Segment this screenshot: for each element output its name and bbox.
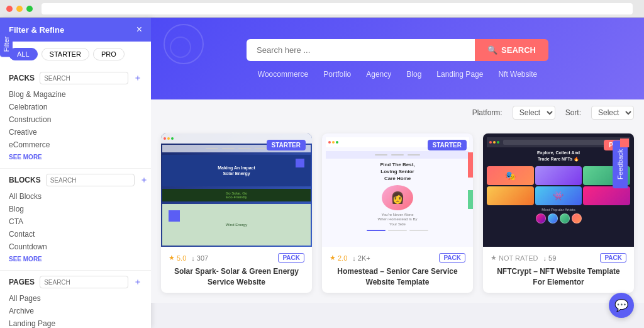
search-button-label: SEARCH — [501, 45, 536, 55]
card-nft-downloads-value: 59 — [548, 254, 556, 262]
card-homestead-rating: ★ 2.0 — [330, 254, 347, 262]
card-nft[interactable]: Explore, Collect AndTrade Rare NFTs 🔥 🎭 … — [483, 133, 634, 293]
cards-grid: Making An ImpactSolar Energy Go Solar, G… — [151, 126, 644, 303]
card-homestead-downloads: ↓ 2K+ — [352, 254, 370, 262]
sidebar-title: Filter & Refine — [9, 25, 64, 35]
browser-dot-yellow[interactable] — [16, 6, 23, 12]
nav-portfolio[interactable]: Portfolio — [323, 70, 351, 79]
download-icon: ↓ — [543, 254, 547, 262]
card-nft-downloads: ↓ 59 — [543, 254, 557, 262]
card-solar-title: Solar Spark- Solar & Green Energy Servic… — [169, 266, 304, 288]
packs-title: Packs — [9, 74, 35, 82]
card-nft-title: NFTCrypt – NFT Website Template For Elem… — [491, 266, 626, 288]
card-homestead-type: PACK — [439, 253, 465, 263]
block-item-contact[interactable]: Contact — [9, 228, 142, 240]
platform-label: Platform: — [472, 108, 502, 117]
card-homestead[interactable]: Find The Best,Loving SeniorCare Home 👩 Y… — [322, 133, 473, 293]
pack-item-construction[interactable]: Construction — [9, 113, 142, 126]
sort-select[interactable]: Select — [591, 106, 634, 120]
pack-item-celebration[interactable]: Celebration — [9, 101, 142, 113]
card-solar-image: Making An ImpactSolar Energy Go Solar, G… — [161, 133, 312, 247]
search-icon: 🔍 — [487, 45, 497, 55]
packs-section: Packs ＋ Blog & Magazine Celebration Cons… — [0, 67, 151, 169]
packs-section-header: Packs ＋ — [9, 72, 142, 84]
card-nft-meta: ★ NOT RATED ↓ 59 PACK — [491, 253, 626, 263]
nav-landing-page[interactable]: Landing Page — [436, 70, 483, 79]
card-homestead-downloads-value: 2K+ — [358, 254, 370, 262]
star-icon: ★ — [330, 254, 336, 262]
hero-search-input[interactable] — [247, 39, 475, 61]
sidebar-close-button[interactable]: × — [136, 24, 142, 35]
nav-blog[interactable]: Blog — [406, 70, 421, 79]
pages-title: Pages — [9, 278, 35, 286]
card-solar-meta: ★ 5.0 ↓ 307 PACK — [169, 253, 304, 263]
pages-section: Pages ＋ All Pages Archive Landing Page P… — [0, 271, 151, 328]
sidebar-header: Filter & Refine × — [0, 18, 151, 42]
blocks-title: Blocks — [9, 176, 41, 184]
card-nft-rating: ★ NOT RATED — [491, 254, 538, 262]
browser-dot-green[interactable] — [26, 6, 33, 12]
block-item-countdown[interactable]: Countdown — [9, 240, 142, 253]
blocks-section: Blocks ＋ All Blocks Blog CTA Contact Cou… — [0, 169, 151, 271]
pages-add-button[interactable]: ＋ — [133, 276, 142, 288]
card-solar-badge: STARTER — [267, 140, 306, 150]
blocks-search[interactable] — [46, 174, 135, 186]
filter-sidebar: Filter & Refine × ALL STARTER PRO Packs … — [0, 18, 151, 328]
card-solar-downloads: ↓ 307 — [191, 254, 208, 262]
card-nft-rating-value: NOT RATED — [499, 254, 538, 262]
card-nft-info: ★ NOT RATED ↓ 59 PACK NFTCrypt – NFT Web… — [483, 247, 634, 293]
blocks-add-button[interactable]: ＋ — [140, 174, 148, 186]
packs-search[interactable] — [40, 72, 128, 84]
chat-button[interactable]: 💬 — [609, 293, 634, 318]
filter-pills: ALL STARTER PRO — [0, 42, 151, 67]
card-homestead-badge: STARTER — [428, 140, 467, 150]
pill-all[interactable]: ALL — [9, 48, 38, 60]
search-row: 🔍 SEARCH — [247, 39, 548, 61]
pack-item-ecommerce[interactable]: eCommerce — [9, 139, 142, 151]
hero-search-button[interactable]: 🔍 SEARCH — [475, 39, 548, 61]
block-item-cta[interactable]: CTA — [9, 215, 142, 228]
card-solar-info: ★ 5.0 ↓ 307 PACK Solar Spark- Solar & Gr… — [161, 247, 312, 293]
main-content: 🔍 SEARCH Woocommerce Portfolio Agency Bl… — [151, 18, 644, 328]
pack-item-blog[interactable]: Blog & Magazine — [9, 88, 142, 101]
blocks-see-more[interactable]: SEE MORE — [9, 253, 142, 268]
download-icon: ↓ — [191, 254, 195, 262]
browser-chrome — [0, 0, 644, 18]
download-icon: ↓ — [352, 254, 356, 262]
hero-banner: 🔍 SEARCH Woocommerce Portfolio Agency Bl… — [151, 18, 644, 99]
packs-add-button[interactable]: ＋ — [133, 72, 142, 84]
card-homestead-meta: ★ 2.0 ↓ 2K+ PACK — [330, 253, 465, 263]
hero-nav: Woocommerce Portfolio Agency Blog Landin… — [258, 70, 537, 79]
browser-dot-red[interactable] — [6, 6, 13, 12]
nav-agency[interactable]: Agency — [366, 70, 391, 79]
card-solar-type: PACK — [278, 253, 304, 263]
blocks-section-header: Blocks ＋ — [9, 174, 142, 186]
filter-tab[interactable]: Filter — [0, 31, 13, 57]
page-item-archive[interactable]: Archive — [9, 305, 142, 317]
browser-url-bar[interactable] — [42, 3, 633, 14]
main-layout: Filter Filter & Refine × ALL STARTER PRO… — [0, 18, 644, 328]
card-homestead-title: Homestead – Senior Care Service Website … — [330, 266, 465, 288]
card-solar[interactable]: Making An ImpactSolar Energy Go Solar, G… — [161, 133, 312, 293]
page-item-landing[interactable]: Landing Page — [9, 317, 142, 328]
pack-item-creative[interactable]: Creative — [9, 126, 142, 139]
block-item-all[interactable]: All Blocks — [9, 190, 142, 203]
pages-section-header: Pages ＋ — [9, 276, 142, 288]
page-item-all[interactable]: All Pages — [9, 292, 142, 305]
controls-row: Platform: Select Sort: Select — [151, 99, 644, 126]
pill-pro[interactable]: PRO — [93, 48, 125, 60]
packs-see-more[interactable]: SEE MORE — [9, 151, 142, 166]
star-icon: ★ — [169, 254, 175, 262]
card-homestead-rating-value: 2.0 — [338, 254, 347, 262]
nav-nft-website[interactable]: Nft Website — [498, 70, 537, 79]
card-solar-downloads-value: 307 — [197, 254, 208, 262]
block-item-blog[interactable]: Blog — [9, 203, 142, 215]
pages-search[interactable] — [40, 276, 128, 288]
card-homestead-image: Find The Best,Loving SeniorCare Home 👩 Y… — [322, 133, 473, 247]
card-solar-rating: ★ 5.0 — [169, 254, 186, 262]
pill-starter[interactable]: STARTER — [42, 48, 89, 60]
nav-woocommerce[interactable]: Woocommerce — [258, 70, 308, 79]
platform-select[interactable]: Select — [513, 106, 555, 120]
card-nft-type: PACK — [600, 253, 626, 263]
card-nft-image: Explore, Collect AndTrade Rare NFTs 🔥 🎭 … — [483, 133, 634, 247]
